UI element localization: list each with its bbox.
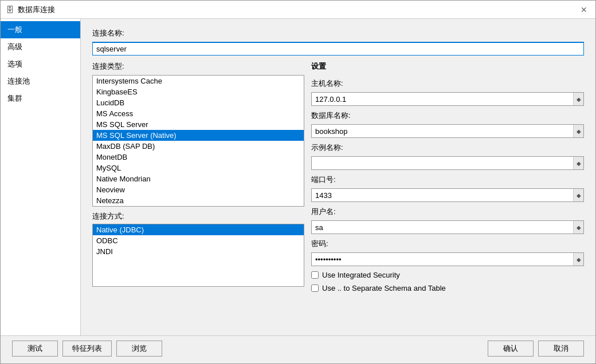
list-item[interactable]: Netezza (93, 195, 304, 206)
database-name-input-wrapper: ◆ (311, 124, 584, 138)
port-field: 端口号: ◆ (311, 175, 584, 202)
dialog-title: 数据库连接 (18, 5, 55, 15)
database-browse-btn[interactable]: ◆ (573, 125, 583, 137)
list-item[interactable]: MS SQL Server (93, 119, 304, 130)
ok-button[interactable]: 确认 (488, 341, 534, 357)
settings-title: 设置 (311, 61, 584, 72)
username-browse-btn[interactable]: ◆ (573, 221, 583, 234)
sidebar-item-cluster[interactable]: 集群 (1, 90, 80, 107)
connection-method-section: 连接方式: Native (JDBC) ODBC JNDI (92, 211, 304, 287)
browse-button[interactable]: 浏览 (116, 341, 162, 357)
list-item-selected[interactable]: MS SQL Server (Native) (93, 130, 304, 141)
list-item[interactable]: MySQL (93, 163, 304, 173)
list-item[interactable]: Intersystems Cache (93, 76, 304, 86)
footer-right-buttons: 确认 取消 (488, 341, 584, 357)
close-button[interactable]: ✕ (577, 3, 591, 17)
separate-schema-label: Use .. to Separate Schema and Table (322, 284, 446, 292)
cancel-button[interactable]: 取消 (538, 341, 584, 357)
instance-name-input[interactable] (312, 157, 573, 169)
footer: 测试 特征列表 浏览 确认 取消 (1, 335, 595, 363)
host-browse-btn[interactable]: ◆ (573, 93, 583, 105)
feature-list-button[interactable]: 特征列表 (62, 341, 112, 357)
two-column-layout: 连接类型: Intersystems Cache KingbaseES Luci… (92, 61, 584, 326)
instance-browse-btn[interactable]: ◆ (573, 157, 583, 169)
instance-name-field: 示例名称: ◆ (311, 143, 584, 170)
dialog-icon: 🗄 (5, 5, 14, 14)
sidebar-item-general[interactable]: 一般 (1, 21, 80, 38)
sidebar: 一般 高级 选项 连接池 集群 (1, 19, 81, 335)
connection-name-field: 连接名称: (92, 28, 584, 56)
sidebar-item-options[interactable]: 选项 (1, 56, 80, 73)
username-label: 用户名: (311, 207, 584, 217)
test-button[interactable]: 测试 (12, 341, 58, 357)
connection-type-label: 连接类型: (92, 61, 304, 72)
connection-type-listbox[interactable]: Intersystems Cache KingbaseES LucidDB MS… (92, 75, 304, 207)
database-name-label: 数据库名称: (311, 110, 584, 121)
host-label: 主机名称: (311, 78, 584, 89)
main-content: 连接名称: 连接类型: Intersystems Cache KingbaseE… (81, 19, 595, 335)
port-input-wrapper: ◆ (311, 188, 584, 202)
instance-name-input-wrapper: ◆ (311, 156, 584, 170)
integrated-security-checkbox[interactable] (311, 271, 319, 279)
method-item-odbc[interactable]: ODBC (93, 235, 304, 246)
right-column: 设置 主机名称: ◆ 数据库名称: ◆ (311, 61, 584, 326)
instance-name-label: 示例名称: (311, 143, 584, 153)
method-item-jndi[interactable]: JNDI (93, 246, 304, 257)
title-bar: 🗄 数据库连接 ✕ (1, 1, 595, 19)
list-item[interactable]: MS Access (93, 108, 304, 119)
list-item[interactable]: KingbaseES (93, 86, 304, 97)
list-item[interactable]: LucidDB (93, 97, 304, 108)
title-bar-left: 🗄 数据库连接 (5, 5, 55, 15)
connection-method-label: 连接方式: (92, 211, 304, 221)
username-input-wrapper: ◆ (311, 220, 584, 234)
username-field: 用户名: ◆ (311, 207, 584, 234)
database-name-input[interactable] (312, 125, 573, 137)
integrated-security-row: Use Integrated Security (311, 271, 584, 279)
connection-name-label: 连接名称: (92, 28, 584, 38)
host-field: 主机名称: ◆ (311, 78, 584, 106)
host-input[interactable] (312, 93, 573, 105)
method-item-native[interactable]: Native (JDBC) (93, 224, 304, 235)
password-input-wrapper: ◆ (311, 252, 584, 266)
footer-left-buttons: 测试 特征列表 浏览 (12, 341, 162, 357)
port-browse-btn[interactable]: ◆ (573, 189, 583, 201)
password-field: 密码: ◆ (311, 239, 584, 266)
port-input[interactable] (312, 189, 573, 201)
port-label: 端口号: (311, 175, 584, 185)
connection-method-listbox[interactable]: Native (JDBC) ODBC JNDI (92, 224, 304, 287)
connection-name-input[interactable] (92, 42, 584, 56)
list-item[interactable]: Native Mondrian (93, 173, 304, 184)
sidebar-item-pool[interactable]: 连接池 (1, 73, 80, 90)
separate-schema-row: Use .. to Separate Schema and Table (311, 284, 584, 292)
host-input-wrapper: ◆ (311, 92, 584, 106)
list-item[interactable]: MonetDB (93, 152, 304, 163)
connection-type-section: 连接类型: Intersystems Cache KingbaseES Luci… (92, 61, 304, 207)
left-column: 连接类型: Intersystems Cache KingbaseES Luci… (92, 61, 304, 326)
separate-schema-checkbox[interactable] (311, 284, 319, 292)
database-name-field: 数据库名称: ◆ (311, 110, 584, 138)
dialog-content: 一般 高级 选项 连接池 集群 连接名称: 连接类型: (1, 19, 595, 335)
database-connection-dialog: 🗄 数据库连接 ✕ 一般 高级 选项 连接池 集群 连接名称: (0, 0, 596, 364)
password-input[interactable] (312, 253, 573, 266)
list-item[interactable]: Neoview (93, 184, 304, 195)
password-label: 密码: (311, 239, 584, 249)
list-item[interactable]: MaxDB (SAP DB) (93, 141, 304, 152)
password-browse-btn[interactable]: ◆ (573, 253, 583, 266)
integrated-security-label: Use Integrated Security (322, 271, 400, 279)
sidebar-item-advanced[interactable]: 高级 (1, 38, 80, 56)
username-input[interactable] (312, 221, 573, 234)
